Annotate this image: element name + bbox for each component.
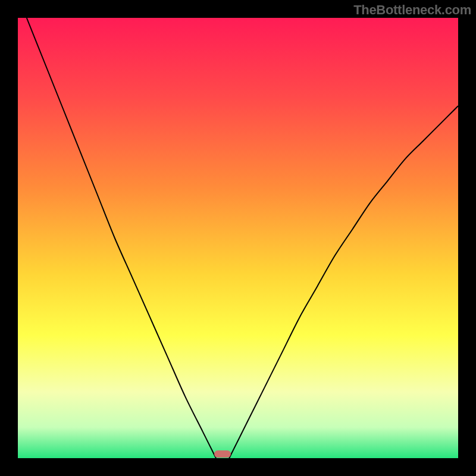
bottleneck-marker [214,450,231,458]
chart-frame: TheBottleneck.com [0,0,476,476]
curve-right-branch [229,106,458,458]
curve-left-branch [27,18,216,458]
bottleneck-curve [18,18,458,458]
attribution-text: TheBottleneck.com [353,2,471,18]
plot-area [18,18,458,458]
